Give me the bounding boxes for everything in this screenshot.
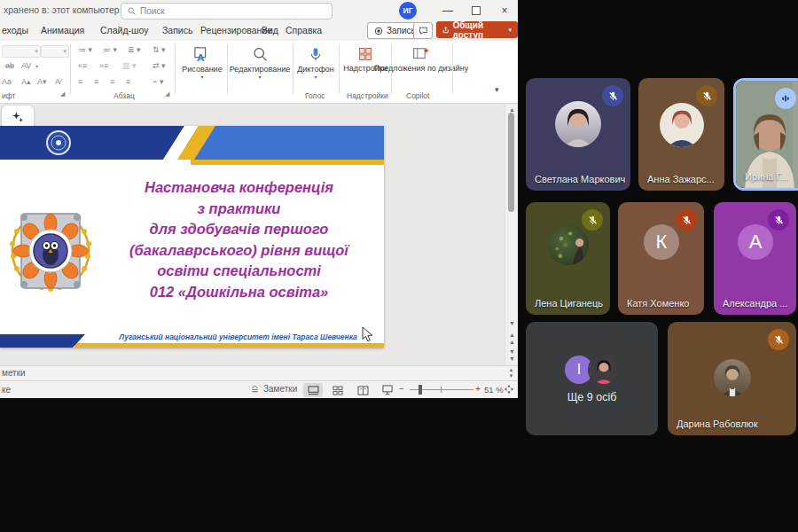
- search-input[interactable]: Поиск: [121, 3, 332, 20]
- participant-tile[interactable]: Дарина Рабовлюк: [668, 322, 796, 435]
- autosave-status[interactable]: хранено в: этот компьютер ▾: [4, 4, 127, 15]
- paragraph-group-label: Абзац: [113, 91, 135, 100]
- close-button[interactable]: ×: [491, 0, 518, 21]
- bullets-icon[interactable]: ≔ ▾: [78, 45, 92, 54]
- zoom-level[interactable]: 51 %: [484, 385, 504, 395]
- participant-tile[interactable]: К Катя Хоменко: [618, 202, 704, 315]
- vertical-scrollbar[interactable]: ▲ ▼ ▲▲ ▼▼: [505, 104, 518, 365]
- mic-off-badge: [602, 85, 623, 106]
- slideshow-view-button[interactable]: [378, 383, 397, 397]
- participant-name: Ирина Г...: [745, 171, 788, 182]
- participant-tile[interactable]: Светлана Маркович: [526, 78, 630, 191]
- participant-tile[interactable]: Лена Циганець: [526, 202, 610, 315]
- comment-icon: [419, 27, 428, 35]
- fit-to-window-icon[interactable]: [504, 384, 514, 395]
- slide-banner: [0, 126, 384, 165]
- slide-title: Настановча конференція з практики для зд…: [94, 177, 384, 303]
- notes-toggle-button[interactable]: Заметки: [250, 384, 297, 394]
- spacing-caret-icon[interactable]: ▾: [35, 63, 38, 69]
- change-case-icon[interactable]: Aa: [2, 77, 12, 86]
- tab-animation[interactable]: Анимация: [41, 25, 84, 35]
- divider: [293, 44, 293, 94]
- notes-resize-icon[interactable]: ▲▼: [505, 367, 518, 379]
- font-size-select[interactable]: ▾: [41, 45, 69, 58]
- columns-icon[interactable]: ▥ ▾: [122, 61, 137, 70]
- mic-off-badge: [582, 209, 603, 231]
- collapse-ribbon-icon[interactable]: ▾: [495, 85, 499, 94]
- participant-name: Катя Хоменко: [627, 298, 689, 309]
- design-ideas-icon: [412, 46, 430, 62]
- ribbon: ▾ ▾ ab AV ▾ Aa A▴ A▾ A∕ ифт ◢ ≔ ▾ ≕ ▾ ≣ …: [0, 41, 518, 104]
- sparkle-icon: [11, 111, 25, 125]
- justify-icon[interactable]: ≡: [126, 77, 130, 86]
- paragraph-dialog-launcher-icon[interactable]: ◢: [165, 90, 169, 98]
- align-left-icon[interactable]: ≡: [78, 77, 82, 86]
- smartart-icon[interactable]: ⌁ ▾: [153, 77, 163, 86]
- ppt-titlebar: хранено в: этот компьютер ▾ Поиск ИГ — ×: [0, 0, 518, 21]
- dictate-button[interactable]: Диктофон▾: [295, 46, 336, 80]
- slide-sorter-view-button[interactable]: [328, 383, 348, 397]
- text-direction-icon[interactable]: ⇄ ▾: [153, 61, 166, 70]
- initial-avatar: А: [738, 224, 773, 260]
- account-avatar[interactable]: ИГ: [399, 2, 417, 20]
- divider: [175, 44, 176, 94]
- strikethrough-icon[interactable]: ab: [5, 61, 14, 70]
- search-icon: [128, 7, 136, 15]
- notes-panel[interactable]: метки ▲▼: [0, 365, 518, 380]
- avatar: [548, 224, 589, 265]
- participant-name: Лена Циганець: [535, 298, 603, 309]
- scroll-down-icon[interactable]: ▼: [505, 320, 519, 327]
- reading-view-button[interactable]: [353, 383, 372, 397]
- grow-font-icon[interactable]: A▴: [21, 77, 31, 86]
- slide-editing-area[interactable]: Настановча конференція з практики для зд…: [0, 104, 505, 365]
- tab-slideshow[interactable]: Слайд-шоу: [100, 25, 148, 35]
- tab-help[interactable]: Справка: [286, 25, 322, 35]
- share-button[interactable]: Общий доступ ▾: [436, 21, 518, 38]
- font-dialog-launcher-icon[interactable]: ◢: [60, 90, 65, 98]
- numbering-icon[interactable]: ≕ ▾: [103, 45, 117, 54]
- participant-tile[interactable]: А Александра ...: [714, 202, 796, 315]
- increase-indent-icon[interactable]: »≡: [99, 61, 108, 70]
- participant-tile-speaking[interactable]: Ирина Г...: [733, 78, 798, 191]
- decrease-indent-icon[interactable]: «≡: [78, 61, 87, 70]
- tab-transitions-partial[interactable]: еходы: [2, 25, 28, 35]
- participant-name: Александра ...: [723, 298, 787, 309]
- previous-slide-icon[interactable]: ▲▲: [505, 332, 519, 346]
- ribbon-tab-row: еходы Анимация Слайд-шоу Запись Рецензир…: [0, 21, 518, 41]
- font-group-label: ифт: [2, 91, 15, 100]
- font-name-select[interactable]: ▾: [2, 45, 41, 58]
- align-center-icon[interactable]: ≡: [94, 77, 98, 86]
- minimize-button[interactable]: —: [434, 0, 461, 21]
- slide-canvas[interactable]: Настановча конференція з практики для зд…: [0, 126, 384, 348]
- more-participants-tile[interactable]: І Ще 9 осіб: [526, 322, 658, 435]
- divider: [70, 44, 71, 94]
- draw-button[interactable]: A Рисование▾: [180, 46, 224, 80]
- participant-tile[interactable]: Анна Зажарс...: [638, 78, 724, 191]
- restore-icon: [472, 6, 481, 15]
- powerpoint-window: хранено в: этот компьютер ▾ Поиск ИГ — ×…: [0, 0, 518, 398]
- scrollbar-thumb[interactable]: [508, 113, 514, 212]
- shrink-font-icon[interactable]: A▾: [37, 77, 47, 86]
- char-spacing-icon[interactable]: AV: [21, 61, 31, 70]
- more-people-label: Ще 9 осіб: [526, 391, 658, 403]
- clear-format-icon[interactable]: A∕: [55, 77, 62, 86]
- line-spacing-icon[interactable]: ⇅ ▾: [153, 45, 166, 54]
- comments-button[interactable]: [413, 22, 433, 39]
- restore-button[interactable]: [463, 0, 489, 21]
- tab-record[interactable]: Запись: [162, 25, 192, 35]
- status-bar: ке Заметки − + 51 %: [0, 380, 518, 398]
- tab-view[interactable]: Вид: [262, 25, 278, 35]
- next-slide-icon[interactable]: ▼▼: [505, 348, 519, 363]
- multilevel-list-icon[interactable]: ≣ ▾: [128, 45, 141, 54]
- zoom-in-button[interactable]: +: [475, 384, 481, 394]
- normal-view-button[interactable]: [303, 383, 323, 397]
- svg-text:A: A: [197, 51, 205, 63]
- zoom-out-button[interactable]: −: [399, 384, 404, 394]
- microphone-icon: [308, 46, 324, 63]
- design-ideas-button[interactable]: Предложения по дизайну: [394, 46, 449, 73]
- zoom-slider-thumb[interactable]: [419, 385, 422, 395]
- align-right-icon[interactable]: ≡: [110, 77, 114, 86]
- editing-button[interactable]: Редактирование▾: [229, 46, 291, 80]
- overflow-photo-avatar: [590, 356, 618, 384]
- participant-name: Дарина Рабовлюк: [677, 419, 758, 429]
